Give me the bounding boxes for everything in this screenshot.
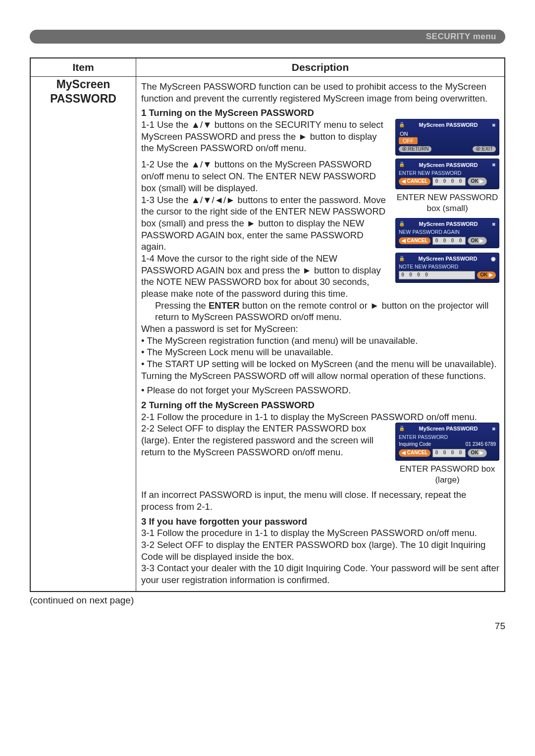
close-icon [492,425,496,432]
osd-title3: MyScreen PASSWORD [419,220,478,227]
osd-digits3: 0 0 0 0 [399,271,475,279]
bullet2: • The MyScreen Lock menu will be unavail… [141,346,499,358]
osd-note-new: MyScreen PASSWORD◉ NOTE NEW PASSWORD 0 0… [395,253,499,283]
osd-inq-label: Inquiring Code [399,441,431,448]
item-name: MyScreen PASSWORD [31,77,135,106]
close-icon [492,220,496,228]
step-3-2: 3-2 Select OFF to display the ENTER PASS… [141,539,499,562]
osd-ok-btn: OK [468,177,487,186]
col-desc-header: Description [136,58,505,77]
description-cell: The MyScreen PASSWORD function can be us… [136,77,505,592]
step-1-1: 1-1 Use the ▲/▼ buttons on the SECURITY … [141,119,389,154]
osd-digits2: 0 0 0 0 [432,237,465,245]
osd-cancel-btn3: CANCEL [399,449,430,457]
section1-title: 1 Turning on the MyScreen PASSWORD [141,107,499,119]
osd-new-again-label: NEW PASSWORD AGAIN [399,229,496,235]
osd-return: ⦿:RETURN [399,146,431,153]
off-note: Turning the MyScreen PASSWORD off will a… [141,370,499,382]
osd-enter-pw-large: MyScreen PASSWORD ENTER PASSWORD Inquiri… [395,423,499,461]
osd-opt-on: ON [399,130,496,137]
header-bar: SECURITY menu [30,30,505,44]
page-number: 75 [30,621,505,632]
osd-exit: ⦿:EXIT [473,146,496,153]
step-1-note: Pressing the ENTER button on the remote … [141,300,499,323]
osd-digits: 0 0 0 0 [432,177,465,186]
osd-new-again: MyScreen PASSWORD NEW PASSWORD AGAIN CAN… [395,218,499,249]
section3-title: 3 If you have forgotten your password [141,516,499,528]
bullet1: • The MyScreen registration function (an… [141,335,499,347]
osd-opt-off: OFF [399,137,418,144]
osd-digits4: 0 0 0 0 [432,449,465,457]
osd-inq-val: 01 2345 6789 [466,441,496,448]
step-3-3: 3-3 Contact your dealer with the 10 digi… [141,562,499,586]
osd-enter-new: MyScreen PASSWORD ENTER NEW PASSWORD CAN… [395,159,499,189]
continued-note: (continued on next page) [30,595,505,606]
osd-ok-btn3: OK [477,271,496,279]
col-item-header: Item [30,58,136,77]
osd-ok-btn2: OK [468,237,487,245]
err-note: If an incorrect PASSWORD is input, the m… [141,489,499,512]
close-icon [492,161,496,168]
osd-title4: MyScreen PASSWORD [419,255,478,262]
step-2-2: 2-2 Select OFF to display the ENTER PASS… [141,423,389,458]
osd-enter-pw-label: ENTER PASSWORD [399,434,496,440]
when-set: When a password is set for MyScreen: [141,323,499,335]
step-3-1: 3-1 Follow the procedure in 1-1 to displ… [141,527,499,539]
close-icon [492,121,496,129]
osd-title: MyScreen PASSWORD [419,121,478,128]
step-1-2: 1-2 Use the ▲/▼ buttons on the MyScreen … [141,159,389,194]
osd-enter-new-label: ENTER NEW PASSWORD [399,170,496,176]
osd-title5: MyScreen PASSWORD [419,425,478,432]
bullet3: • The START UP setting will be locked on… [141,358,499,370]
step-1-3: 1-3 Use the ▲/▼/◄/► buttons to enter the… [141,194,389,253]
t15b: ENTER [209,300,240,311]
section2-title: 2 Turning off the MyScreen PASSWORD [141,399,499,411]
osd-cancel-btn2: CANCEL [399,237,430,245]
osd-note-new-label: NOTE NEW PASSWORD [399,264,496,270]
osd-onoff-menu: MyScreen PASSWORD ON OFF ⦿:RETURN ⦿:EXIT [395,119,499,156]
caption-small: ENTER NEW PASSWORD box (small) [395,192,499,214]
intro-text: The MyScreen PASSWORD function can be us… [141,81,499,104]
osd-cancel-btn: CANCEL [399,178,430,185]
circle-icon: ◉ [491,255,496,262]
item-name-cell: MyScreen PASSWORD [30,77,136,592]
step-2-1: 2-1 Follow the procedure in 1-1 to displ… [141,411,499,423]
osd-ok-btn4: OK [468,449,487,457]
osd-title2: MyScreen PASSWORD [419,162,478,168]
t15a: Pressing the [155,300,209,311]
step-1-4: 1-4 Move the cursor to the right side of… [141,253,389,300]
settings-table: Item Description MyScreen PASSWORD The M… [30,57,505,592]
header-title: SECURITY menu [426,32,496,42]
forget-note: • Please do not forget your MyScreen PAS… [141,384,499,396]
caption-large: ENTER PASSWORD box (large) [395,464,499,486]
